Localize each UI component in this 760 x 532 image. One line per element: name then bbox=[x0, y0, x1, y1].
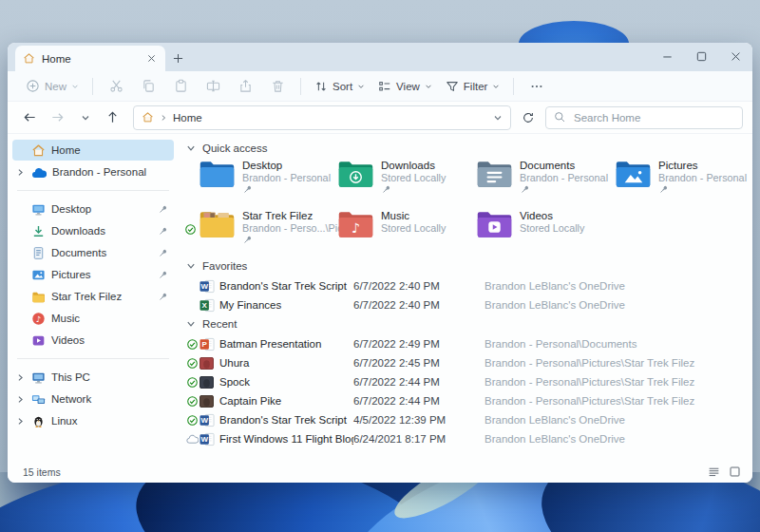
sidebar-item-music[interactable]: ♪Music bbox=[12, 308, 174, 329]
file-row-first-windows-11-flight-blog-post[interactable]: WFirst Windows 11 Flight Blog Post6/24/2… bbox=[184, 429, 752, 448]
sidebar-item-documents[interactable]: Documents bbox=[12, 242, 174, 263]
sort-button[interactable]: Sort bbox=[308, 76, 371, 97]
file-name: Batman Presentation bbox=[219, 338, 353, 350]
file-location: Brandon - Personal\Pictures\Star Trek Fi… bbox=[484, 395, 694, 407]
file-row-brandon-s-star-trek-script[interactable]: WBrandon's Star Trek Script6/7/2022 2:40… bbox=[184, 276, 752, 295]
svg-text:W: W bbox=[200, 282, 208, 291]
file-row-spock[interactable]: Spock6/7/2022 2:44 PMBrandon - Personal\… bbox=[184, 372, 752, 391]
back-button[interactable] bbox=[17, 105, 43, 130]
large-icons-view-icon[interactable] bbox=[729, 466, 741, 478]
sidebar-item-desktop[interactable]: Desktop bbox=[12, 199, 174, 219]
svg-text:♪: ♪ bbox=[36, 314, 41, 323]
titlebar: Home bbox=[8, 43, 752, 71]
svg-text:W: W bbox=[200, 435, 208, 444]
minimize-button[interactable] bbox=[650, 43, 684, 69]
pin-icon bbox=[658, 184, 747, 195]
address-bar[interactable]: Home bbox=[133, 105, 511, 130]
toolbar-separator bbox=[92, 78, 93, 95]
search-box bbox=[545, 106, 743, 129]
maximize-button[interactable] bbox=[684, 43, 718, 69]
section-collapse-chevron-icon[interactable] bbox=[186, 143, 196, 153]
sidebar-item-videos[interactable]: Videos bbox=[12, 330, 174, 351]
file-row-brandon-s-star-trek-script[interactable]: WBrandon's Star Trek Script4/5/2022 12:3… bbox=[184, 410, 752, 429]
sidebar-item-downloads[interactable]: Downloads bbox=[12, 220, 174, 241]
cut-button[interactable] bbox=[100, 75, 132, 98]
tile-pictures[interactable]: PicturesBrandon - Personal bbox=[602, 159, 741, 202]
close-button[interactable] bbox=[718, 43, 752, 69]
delete-button[interactable] bbox=[261, 75, 294, 98]
sidebar-divider bbox=[17, 358, 169, 359]
tile-videos[interactable]: VideosStored Locally bbox=[464, 209, 602, 253]
search-input[interactable] bbox=[572, 111, 734, 124]
up-button[interactable] bbox=[100, 105, 125, 130]
tab-home[interactable]: Home bbox=[15, 46, 165, 71]
file-name: Spock bbox=[219, 376, 353, 388]
file-row-captain-pike[interactable]: Captain Pike6/7/2022 2:44 PMBrandon - Pe… bbox=[184, 391, 752, 410]
tab-close-icon[interactable] bbox=[145, 52, 158, 65]
pin-icon bbox=[242, 184, 331, 195]
sidebar-item-label: Documents bbox=[51, 247, 106, 258]
share-button[interactable] bbox=[229, 75, 261, 98]
word-icon: W bbox=[200, 432, 215, 446]
tile-desktop[interactable]: DesktopBrandon - Personal bbox=[186, 159, 325, 202]
rename-button[interactable] bbox=[197, 75, 229, 98]
expand-chevron-icon[interactable] bbox=[15, 395, 26, 404]
section-collapse-chevron-icon[interactable] bbox=[186, 261, 196, 271]
view-button[interactable]: View bbox=[371, 76, 439, 97]
tile-downloads[interactable]: DownloadsStored Locally bbox=[325, 159, 464, 202]
expand-chevron-icon[interactable] bbox=[15, 373, 26, 382]
music-sb-icon: ♪ bbox=[31, 312, 46, 326]
section-collapse-chevron-icon[interactable] bbox=[186, 319, 196, 329]
details-view-icon[interactable] bbox=[708, 466, 720, 478]
sidebar-item-brandon-personal[interactable]: Brandon - Personal bbox=[12, 162, 174, 182]
file-date: 6/7/2022 2:40 PM bbox=[353, 280, 484, 292]
sidebar-item-network[interactable]: Network bbox=[12, 389, 174, 409]
paste-button[interactable] bbox=[164, 75, 197, 98]
address-dropdown-chevron-icon[interactable] bbox=[493, 113, 503, 123]
file-row-uhura[interactable]: Uhura6/7/2022 2:45 PMBrandon - Personal\… bbox=[184, 353, 752, 372]
copy-button[interactable] bbox=[132, 75, 164, 98]
sort-button-label: Sort bbox=[332, 81, 352, 92]
breadcrumb[interactable]: Home bbox=[173, 112, 202, 124]
filter-button[interactable]: Filter bbox=[439, 76, 507, 97]
file-row-batman-presentation[interactable]: PBatman Presentation6/7/2022 2:49 PMBran… bbox=[184, 334, 752, 353]
chevron-down-icon bbox=[357, 83, 365, 90]
folder-desktop-icon bbox=[199, 159, 236, 189]
chevron-down-icon bbox=[71, 83, 79, 90]
forward-button[interactable] bbox=[45, 105, 70, 130]
folder-documents-icon bbox=[476, 159, 513, 189]
refresh-button[interactable] bbox=[515, 105, 542, 130]
synced-check-icon bbox=[184, 396, 200, 407]
filter-funnel-icon bbox=[446, 80, 459, 93]
tile-music[interactable]: ♪MusicStored Locally bbox=[325, 209, 464, 253]
sidebar-item-star-trek-filez[interactable]: Star Trek Filez bbox=[12, 286, 174, 307]
tile-name: Downloads bbox=[381, 160, 446, 171]
file-date: 6/7/2022 2:49 PM bbox=[353, 338, 484, 350]
tile-star-trek-filez[interactable]: Star Trek FilezBrandon - Perso...\Pictur… bbox=[186, 209, 325, 253]
file-location: Brandon LeBlanc's OneDrive bbox=[484, 280, 625, 292]
more-options-button[interactable] bbox=[521, 75, 553, 98]
synced-check-icon bbox=[184, 358, 200, 369]
file-location: Brandon LeBlanc's OneDrive bbox=[484, 414, 625, 426]
expand-chevron-icon[interactable] bbox=[15, 168, 26, 177]
recent-locations-chevron[interactable] bbox=[72, 105, 98, 130]
tile-documents[interactable]: DocumentsBrandon - Personal bbox=[464, 159, 602, 202]
section-header-quick-access: Quick access bbox=[186, 142, 752, 154]
file-row-my-finances[interactable]: XMy Finances6/7/2022 2:40 PMBrandon LeBl… bbox=[184, 295, 752, 314]
new-button[interactable]: New bbox=[19, 75, 86, 97]
home-icon bbox=[23, 52, 35, 65]
file-date: 4/5/2022 12:39 PM bbox=[353, 414, 484, 426]
new-tab-button[interactable] bbox=[165, 46, 190, 71]
expand-chevron-icon[interactable] bbox=[15, 417, 26, 426]
sidebar-item-home[interactable]: Home bbox=[12, 140, 174, 161]
view-icon bbox=[378, 80, 391, 93]
folder-videos-icon bbox=[476, 209, 513, 239]
cloud-status-icon bbox=[184, 434, 200, 445]
sidebar-item-pictures[interactable]: Pictures bbox=[12, 264, 174, 285]
file-location: Brandon - Personal\Pictures\Star Trek Fi… bbox=[484, 376, 694, 388]
sidebar-item-linux[interactable]: Linux bbox=[12, 410, 174, 431]
search-icon bbox=[554, 111, 566, 124]
section-label: Favorites bbox=[202, 260, 247, 272]
sidebar-item-this-pc[interactable]: This PC bbox=[12, 367, 174, 388]
file-date: 6/7/2022 2:44 PM bbox=[353, 376, 484, 388]
